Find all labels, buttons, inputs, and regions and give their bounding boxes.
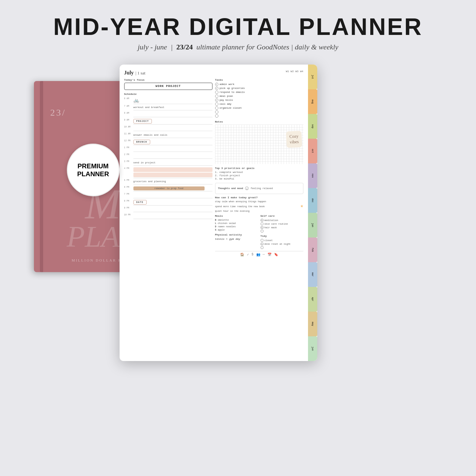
subtitle-bold: 23/24 [176,43,193,51]
bike-icon: 🚲 [133,98,139,103]
time-6pm: 6 PM [124,185,133,188]
time-row-7pm: 7 PM [124,192,212,199]
meal-lunch: L chicken salad [215,222,258,225]
tab-oct[interactable]: oct [308,139,317,163]
left-column: Today's focus work project Schedule 6 AM… [124,78,212,257]
time-content-11am: answer emails and calls [133,132,212,138]
sc-hairmask: ✓ hair mask [261,226,303,229]
planner-page: July | 1 sat W1 W2 W3 W4 Today's focus w… [120,65,317,361]
tab-sep[interactable]: sep [308,114,317,139]
tab-feb[interactable]: feb [308,238,317,262]
main-title: MID-YEAR DIGITAL PLANNER [53,13,423,40]
time-row-6pm: 6 PM remember to prep food [124,185,212,192]
tab-jul[interactable]: jul [308,65,317,89]
time-content-12pm: BRUNCH [133,139,212,145]
project-event: PROJECT [133,119,152,124]
tab-apr[interactable]: apr [308,287,317,312]
sc-skincare: skin care routine [261,222,303,225]
tab-mar[interactable]: mar [308,262,317,287]
time-12pm: 12 PM [124,139,133,142]
physical-value: tennis + gym day [215,238,258,240]
prep-food-event: remember to prep food [133,186,205,190]
tab-dec[interactable]: dec [308,188,317,213]
arrow-icon: ↔ [263,253,265,257]
tab-aug[interactable]: aug [308,89,317,114]
time-9am: 9 AM [124,118,133,121]
meals-section: Meals B omelette L chicken salad D ramen… [215,214,258,250]
planner-header: July | 1 sat W1 W2 W3 W4 [124,70,303,76]
task-text-7: organize closet [220,107,242,109]
bottom-grid: Meals B omelette L chicken salad D ramen… [215,214,303,250]
time-content-10am [133,125,212,131]
time-content-5pm: groceries and planning [133,179,212,184]
tidy-closet: closet [261,239,303,242]
sc-check-3: ✓ [261,226,264,229]
thoughts-label: Thoughts and mood [218,187,243,190]
time-4pm: 4 PM [124,167,133,170]
task-row: organize closet [215,106,303,110]
time-2pm: 2 PM [124,153,133,156]
time-content-9pm [133,206,212,212]
tidy-check-3 [261,246,264,249]
time-7pm: 7 PM [124,192,133,195]
schedule-label: Schedule [124,93,212,96]
premium-badge: PREMIUM PLANNER [67,144,120,196]
time-content-8am [133,111,212,117]
time-8pm: 8 PM [124,199,133,202]
tidy-check-2: ✓ [261,242,264,245]
time-6am: 6 AM [124,97,133,100]
priority-3: 3. be mindful [215,178,303,180]
physical-section: Physical activity tennis + gym day [215,233,258,240]
task-check-7 [215,106,218,110]
time-row-1pm: 1 PM [124,146,212,153]
time-1pm: 1 PM [124,146,133,149]
time-10pm: 10 PM [124,213,133,216]
time-9pm: 9 PM [124,206,133,209]
tab-jun[interactable]: jun [308,336,317,361]
dollar-icon: $ [252,253,254,257]
time-content-9am: PROJECT [133,118,212,125]
time-content-3pm: send in project [133,160,212,166]
time-row-10pm: 10 PM [124,213,212,220]
priority-2: 2. finish project [215,174,303,177]
tab-may[interactable]: may [308,312,317,336]
tab-nov[interactable]: nov [308,163,317,188]
task-row: respond to emails [215,91,303,94]
tidy-label: Tidy [261,235,303,238]
task-check-1 [215,83,218,86]
bookmark-icon: 🔖 [274,253,278,257]
planner-body: Today's focus work project Schedule 6 AM… [124,78,303,257]
time-content-6am: 🚲 [133,97,212,104]
task-row: meal plan [215,95,303,98]
task-text-3: respond to emails [220,91,245,94]
tasks-section: Tasks admin work pick up groceries respo… [215,78,303,118]
focus-label: Today's focus [124,78,212,81]
tab-jan[interactable]: jan [308,213,317,238]
priorities-label: Top 3 priorities or goals [215,167,303,170]
date-event: DATE [133,200,147,205]
time-row-8pm: 8 PM DATE [124,199,212,206]
how-great-label: How can I make today great? [215,196,303,199]
self-care-tidy-section: Self care ✓ meditation skin care routine… [261,214,303,250]
time-content-8pm: DATE [133,199,212,206]
time-row-9pm: 9 PM [124,206,212,213]
task-text-6: call amy [220,103,232,105]
meal-snack: S apple [215,229,258,231]
task-check-4 [215,95,218,98]
time-row-7am: 7 AM workout and breakfast [124,104,212,111]
footer-icons: 🏠 ✓ $ 👥 ↔ 📅 🔖 [215,251,303,257]
right-column: Tasks admin work pick up groceries respo… [215,78,303,257]
block-pink-2 [133,173,212,177]
task-text-2: pick up groceries [220,87,245,90]
time-row-5pm: 5 PM groceries and planning [124,179,212,185]
time-row-12pm: 12 PM BRUNCH [124,139,212,146]
meal-breakfast: B omelette [215,219,258,221]
time-content-10pm [133,213,212,219]
notes-grid: Cozyvibes [215,125,303,164]
sc-meditation: ✓ meditation [261,219,303,222]
task-text-1: admin work [220,83,235,86]
time-11am: 11 AM [124,132,133,135]
time-content-4pm [133,167,212,178]
task-text-5: pay bills [220,99,233,101]
how-great-1: stay calm when annoying things happen [215,200,303,203]
